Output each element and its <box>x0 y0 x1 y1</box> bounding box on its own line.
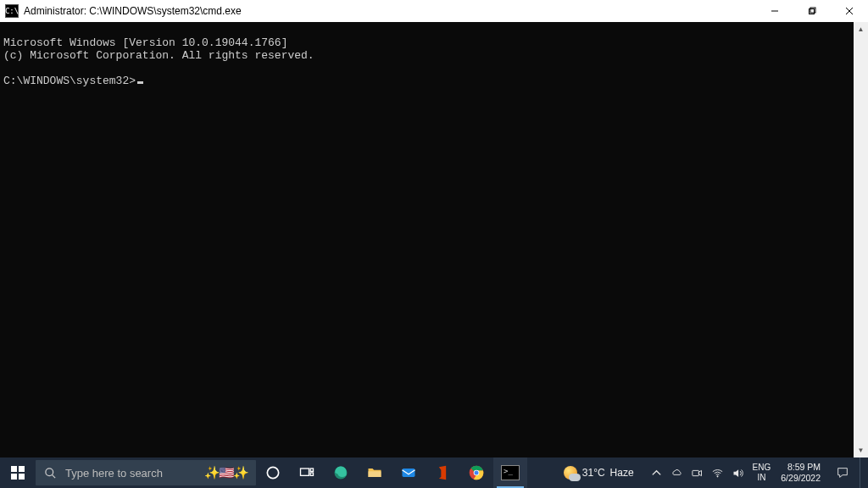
svg-rect-12 <box>301 469 309 475</box>
window-title-bar: C:\ Administrator: C:\WINDOWS\system32\c… <box>0 0 868 22</box>
office-button[interactable] <box>426 458 459 488</box>
svg-rect-5 <box>11 466 17 472</box>
terminal-window: Microsoft Windows [Version 10.0.19044.17… <box>0 22 868 458</box>
search-icon <box>44 467 57 480</box>
terminal-prompt: C:\WINDOWS\system32> <box>3 75 136 87</box>
window-controls <box>756 0 868 22</box>
svg-rect-16 <box>369 471 381 477</box>
taskbar-search[interactable]: Type here to search ✨🇺🇸✨ <box>36 460 256 485</box>
clock[interactable]: 8:59 PM 6/29/2022 <box>776 462 826 484</box>
weather-desc: Haze <box>610 467 634 479</box>
svg-rect-1 <box>810 9 815 14</box>
mail-button[interactable] <box>392 458 426 488</box>
scroll-down-icon[interactable]: ▼ <box>854 443 868 458</box>
task-view-button[interactable] <box>290 458 324 488</box>
office-icon <box>434 464 451 481</box>
terminal-line: Microsoft Windows [Version 10.0.19044.17… <box>3 36 287 49</box>
windows-logo-icon <box>11 466 25 480</box>
scroll-up-icon[interactable]: ▲ <box>854 22 868 36</box>
edge-icon <box>332 464 349 481</box>
task-view-icon <box>298 464 315 481</box>
minimize-button[interactable] <box>756 0 793 22</box>
chrome-button[interactable] <box>459 458 493 488</box>
cortana-button[interactable] <box>256 458 290 488</box>
meet-now-icon[interactable] <box>688 458 707 488</box>
svg-rect-21 <box>693 470 699 475</box>
taskbar: Type here to search ✨🇺🇸✨ <box>0 458 868 488</box>
folder-icon <box>366 464 383 481</box>
vertical-scrollbar[interactable]: ▲ ▼ <box>854 22 868 458</box>
svg-rect-7 <box>11 474 17 480</box>
clock-date: 6/29/2022 <box>781 473 821 484</box>
svg-rect-17 <box>403 469 415 477</box>
svg-line-10 <box>52 474 55 478</box>
search-news-icon: ✨🇺🇸✨ <box>204 465 248 480</box>
terminal-output[interactable]: Microsoft Windows [Version 10.0.19044.17… <box>0 22 854 458</box>
start-button[interactable] <box>0 458 36 488</box>
cmd-icon: >_ <box>501 465 520 480</box>
action-center-button[interactable] <box>827 458 858 488</box>
language-indicator[interactable]: ENG IN <box>749 463 775 483</box>
clock-time: 8:59 PM <box>787 462 821 473</box>
weather-icon <box>564 466 577 480</box>
search-placeholder: Type here to search <box>65 467 163 480</box>
svg-point-11 <box>267 467 278 478</box>
svg-point-22 <box>717 475 718 476</box>
terminal-cursor <box>137 81 143 84</box>
svg-rect-6 <box>19 466 25 472</box>
cortana-icon <box>264 464 281 481</box>
lang-bottom: IN <box>753 473 771 483</box>
svg-rect-2 <box>810 8 815 13</box>
file-explorer-button[interactable] <box>358 458 392 488</box>
terminal-line: (c) Microsoft Corporation. All rights re… <box>3 49 314 62</box>
tray-overflow-button[interactable] <box>648 458 666 488</box>
show-desktop-button[interactable] <box>860 458 865 488</box>
chrome-icon <box>468 464 485 481</box>
maximize-button[interactable] <box>793 0 831 22</box>
svg-rect-14 <box>310 473 313 475</box>
svg-point-20 <box>475 471 479 475</box>
weather-widget[interactable]: 31°C Haze <box>564 466 634 480</box>
svg-rect-8 <box>19 474 25 480</box>
svg-rect-13 <box>310 469 313 471</box>
window-title: Administrator: C:\WINDOWS\system32\cmd.e… <box>24 5 242 17</box>
volume-icon[interactable] <box>729 458 748 488</box>
close-button[interactable] <box>831 0 868 22</box>
svg-point-9 <box>46 468 53 475</box>
taskbar-pinned-apps: >_ <box>256 458 527 488</box>
mail-icon <box>400 464 417 481</box>
cmd-window-icon: C:\ <box>5 4 19 18</box>
onedrive-icon[interactable] <box>668 458 687 488</box>
edge-button[interactable] <box>324 458 358 488</box>
lang-top: ENG <box>753 463 771 473</box>
cmd-taskbar-button[interactable]: >_ <box>493 458 527 488</box>
network-wifi-icon[interactable] <box>709 458 727 488</box>
system-tray: 31°C Haze ENG IN 8:59 PM 6/29/2022 <box>564 458 868 488</box>
weather-temp: 31°C <box>582 467 605 479</box>
